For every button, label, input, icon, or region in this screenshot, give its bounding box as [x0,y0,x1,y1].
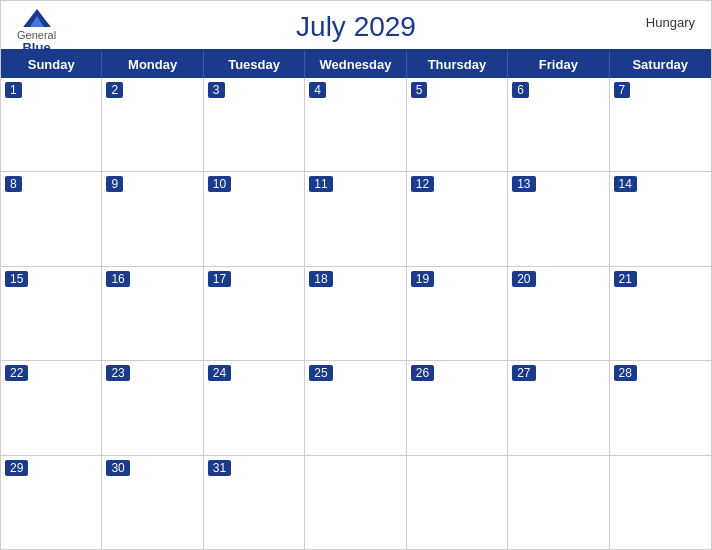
date-number: 1 [5,82,22,98]
logo-area: General Blue [17,9,56,55]
day-cell: 27 [508,361,609,454]
day-cell: 21 [610,267,711,360]
day-cell: 30 [102,456,203,549]
week-row-3: 15161718192021 [1,267,711,361]
date-number: 27 [512,365,535,381]
date-number: 22 [5,365,28,381]
date-number: 8 [5,176,22,192]
week-row-1: 1234567 [1,78,711,172]
day-cell: 12 [407,172,508,265]
weeks-container: 1234567891011121314151617181920212223242… [1,78,711,549]
day-cell: 22 [1,361,102,454]
calendar-header: General Blue July 2029 Hungary [1,1,711,49]
day-cell: 2 [102,78,203,171]
day-cell: 25 [305,361,406,454]
date-number: 12 [411,176,434,192]
day-cell: 31 [204,456,305,549]
day-cell: 5 [407,78,508,171]
day-cell: 9 [102,172,203,265]
day-cell: 20 [508,267,609,360]
date-number: 15 [5,271,28,287]
day-cell: 19 [407,267,508,360]
day-cell: 26 [407,361,508,454]
day-cell [407,456,508,549]
week-row-4: 22232425262728 [1,361,711,455]
header-friday: Friday [508,51,609,78]
date-number: 21 [614,271,637,287]
day-cell: 14 [610,172,711,265]
date-number: 5 [411,82,428,98]
day-cell: 29 [1,456,102,549]
day-cell: 16 [102,267,203,360]
day-cell: 17 [204,267,305,360]
date-number: 20 [512,271,535,287]
day-cell: 6 [508,78,609,171]
day-cell: 10 [204,172,305,265]
day-cell: 1 [1,78,102,171]
day-cell: 28 [610,361,711,454]
date-number: 10 [208,176,231,192]
date-number: 31 [208,460,231,476]
day-cell: 8 [1,172,102,265]
date-number: 14 [614,176,637,192]
day-cell [610,456,711,549]
day-cell: 3 [204,78,305,171]
day-cell: 4 [305,78,406,171]
day-cell: 23 [102,361,203,454]
header-tuesday: Tuesday [204,51,305,78]
date-number: 24 [208,365,231,381]
date-number: 11 [309,176,332,192]
date-number: 28 [614,365,637,381]
week-row-5: 293031 [1,456,711,549]
date-number: 29 [5,460,28,476]
date-number: 13 [512,176,535,192]
date-number: 4 [309,82,326,98]
date-number: 3 [208,82,225,98]
month-title: July 2029 [296,11,416,43]
week-row-2: 891011121314 [1,172,711,266]
day-cell: 7 [610,78,711,171]
date-number: 26 [411,365,434,381]
date-number: 7 [614,82,631,98]
day-cell: 13 [508,172,609,265]
day-cell [508,456,609,549]
header-wednesday: Wednesday [305,51,406,78]
date-number: 17 [208,271,231,287]
calendar-container: General Blue July 2029 Hungary Sunday Mo… [0,0,712,550]
day-cell [305,456,406,549]
header-thursday: Thursday [407,51,508,78]
date-number: 18 [309,271,332,287]
date-number: 9 [106,176,123,192]
country-label: Hungary [646,15,695,30]
logo-blue-text: Blue [22,41,50,55]
date-number: 25 [309,365,332,381]
date-number: 16 [106,271,129,287]
day-cell: 15 [1,267,102,360]
logo-icon [23,9,51,27]
header-monday: Monday [102,51,203,78]
header-saturday: Saturday [610,51,711,78]
date-number: 30 [106,460,129,476]
date-number: 23 [106,365,129,381]
date-number: 6 [512,82,529,98]
date-number: 19 [411,271,434,287]
day-cell: 24 [204,361,305,454]
day-headers: Sunday Monday Tuesday Wednesday Thursday… [1,51,711,78]
calendar-grid: Sunday Monday Tuesday Wednesday Thursday… [1,49,711,549]
date-number: 2 [106,82,123,98]
day-cell: 18 [305,267,406,360]
day-cell: 11 [305,172,406,265]
